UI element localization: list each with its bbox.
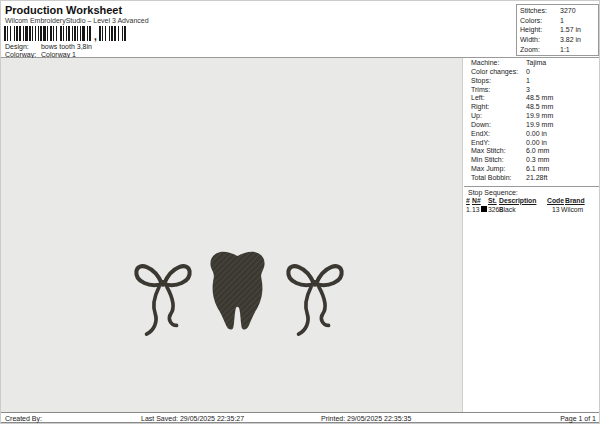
- colors-label: Colors:: [520, 16, 560, 26]
- colorway-row: Colorway: Colorway 1: [5, 51, 76, 58]
- page-title: Production Worksheet: [5, 4, 122, 16]
- width-label: Width:: [520, 35, 560, 45]
- endy-value: 0.00 in: [526, 139, 547, 146]
- total-bobbin-label: Total Bobbin:: [471, 174, 526, 183]
- trims-label: Trims:: [471, 86, 526, 95]
- row-brand: Wilcom: [561, 206, 583, 213]
- max-jump-value: 6.1 mm: [526, 165, 549, 172]
- machine-row: Max Jump:6.1 mm: [464, 165, 600, 174]
- height-label: Height:: [520, 25, 560, 35]
- machine-row: Machine:Tajima: [464, 59, 600, 68]
- color-changes-label: Color changes:: [471, 68, 526, 77]
- machine-row: Left:48.5 mm: [464, 94, 600, 103]
- left-label: Left:: [471, 94, 526, 103]
- down-label: Down:: [471, 121, 526, 130]
- col-brand: Brand: [565, 197, 585, 204]
- zoom-label: Zoom:: [520, 45, 560, 55]
- machine-row: Total Bobbin:21.28ft: [464, 174, 600, 183]
- summary-row: Zoom:1:1: [517, 45, 598, 55]
- col-code: Code: [547, 197, 564, 204]
- min-stitch-label: Min Stitch:: [471, 156, 526, 165]
- tooth-design: [207, 249, 268, 332]
- max-jump-label: Max Jump:: [471, 165, 526, 174]
- colorway-value: Colorway 1: [41, 51, 76, 58]
- machine-row: Color changes:0: [464, 68, 600, 77]
- stitches-label: Stitches:: [520, 6, 560, 16]
- total-bobbin-value: 21.28ft: [526, 174, 547, 181]
- machine-row: EndX:0.00 in: [464, 130, 600, 139]
- barcode-separator: ,: [94, 33, 97, 41]
- height-value: 1.57 in: [560, 26, 581, 33]
- trims-value: 3: [526, 86, 530, 93]
- left-value: 48.5 mm: [526, 94, 553, 101]
- endx-label: EndX:: [471, 130, 526, 139]
- barcode-icon: [4, 26, 92, 41]
- machine-row: Down:19.9 mm: [464, 121, 600, 130]
- thread-color-swatch: [481, 206, 487, 212]
- page-number: Page 1 of 1: [560, 415, 596, 422]
- machine-info-panel: Machine:Tajima Color changes:0 Stops:1 T…: [464, 59, 600, 411]
- right-label: Right:: [471, 103, 526, 112]
- zoom-value: 1:1: [560, 46, 570, 53]
- machine-label: Machine:: [471, 59, 526, 68]
- stops-value: 1: [526, 77, 530, 84]
- up-label: Up:: [471, 112, 526, 121]
- max-stitch-value: 6.0 mm: [526, 147, 549, 154]
- panel-divider: [464, 186, 600, 187]
- row-num: 1.: [466, 206, 472, 213]
- worksheet-header: Production Worksheet Wilcom EmbroiderySt…: [1, 1, 600, 58]
- stop-sequence-row: 1. 13 3268 Black 13 Wilcom: [464, 206, 600, 215]
- col-description: Description: [499, 197, 536, 204]
- machine-row: Up:19.9 mm: [464, 112, 600, 121]
- stops-label: Stops:: [471, 77, 526, 86]
- design-name-value: bows tooth 3,8in: [41, 43, 92, 50]
- right-value: 48.5 mm: [526, 103, 553, 110]
- row-n: 13: [472, 206, 480, 213]
- summary-row: Colors:1: [517, 16, 598, 26]
- last-saved-text: Last Saved: 29/05/2025 22:35:27: [141, 415, 244, 422]
- machine-value: Tajima: [526, 59, 546, 66]
- row-code: 13: [552, 206, 560, 213]
- width-value: 3.82 in: [560, 36, 581, 43]
- machine-row: EndY:0.00 in: [464, 139, 600, 148]
- summary-row: Width:3.82 in: [517, 35, 598, 45]
- colorway-label: Colorway:: [5, 51, 39, 58]
- stop-sequence-title: Stop Sequence:: [464, 188, 600, 197]
- right-bow-design: [281, 250, 349, 339]
- machine-row: Min Stitch:0.3 mm: [464, 156, 600, 165]
- max-stitch-label: Max Stitch:: [471, 147, 526, 156]
- col-num: #: [466, 197, 470, 204]
- machine-row: Stops:1: [464, 77, 600, 86]
- machine-row: Max Stitch:6.0 mm: [464, 147, 600, 156]
- col-n: N#: [472, 197, 481, 204]
- row-description: Black: [499, 206, 516, 213]
- design-canvas: [1, 58, 463, 412]
- design-row: Design: bows tooth 3,8in: [5, 43, 92, 50]
- min-stitch-value: 0.3 mm: [526, 156, 549, 163]
- production-worksheet-page: Production Worksheet Wilcom EmbroiderySt…: [0, 0, 600, 424]
- created-by-label: Created By:: [5, 415, 42, 422]
- endy-label: EndY:: [471, 139, 526, 148]
- machine-row: Trims:3: [464, 86, 600, 95]
- colors-value: 1: [560, 17, 564, 24]
- color-changes-value: 0: [526, 68, 530, 75]
- endx-value: 0.00 in: [526, 130, 547, 137]
- left-bow-design: [129, 250, 197, 339]
- col-st: St.: [488, 197, 497, 204]
- stop-sequence-header: # N# St. Description Code Brand: [464, 197, 600, 206]
- machine-row: Right:48.5 mm: [464, 103, 600, 112]
- barcode-row: ,: [4, 26, 126, 41]
- design-summary-box: Stitches:3270 Colors:1 Height:1.57 in Wi…: [516, 4, 599, 56]
- summary-row: Stitches:3270: [517, 6, 598, 16]
- summary-row: Height:1.57 in: [517, 25, 598, 35]
- down-value: 19.9 mm: [526, 121, 553, 128]
- stitches-value: 3270: [560, 7, 576, 14]
- printed-text: Printed: 29/05/2025 22:35:35: [321, 415, 411, 422]
- design-label: Design:: [5, 43, 39, 50]
- software-subtitle: Wilcom EmbroideryStudio – Level 3 Advanc…: [5, 17, 149, 24]
- worksheet-footer: Created By: Last Saved: 29/05/2025 22:35…: [1, 412, 600, 423]
- barcode-icon: [99, 26, 126, 41]
- up-value: 19.9 mm: [526, 112, 553, 119]
